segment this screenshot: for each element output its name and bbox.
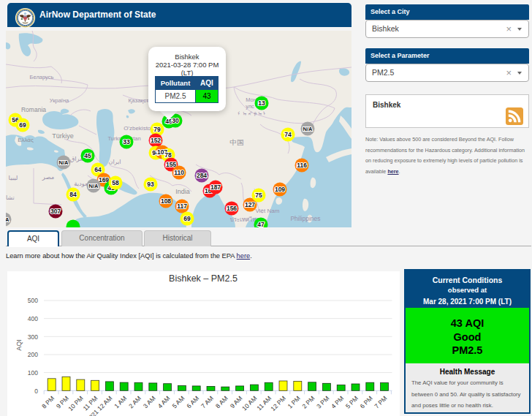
svg-text:ᠮᠣᠩᠭᠣᠯ: ᠮᠣᠩᠭᠣᠯ: [238, 111, 268, 116]
svg-text:ايران: ايران: [109, 159, 121, 165]
svg-text:75: 75: [255, 192, 262, 199]
svg-text:Украïна: Украïна: [50, 97, 69, 104]
svg-text:108: 108: [161, 197, 171, 205]
svg-text:58: 58: [112, 179, 119, 186]
svg-text:284: 284: [197, 172, 207, 179]
svg-text:مصر: مصر: [42, 173, 55, 181]
svg-text:187: 187: [210, 184, 221, 191]
svg-text:Việt Nam: Việt Nam: [256, 208, 280, 214]
svg-text:64: 64: [94, 166, 102, 173]
svg-text:93: 93: [147, 181, 154, 188]
svg-text:116: 116: [297, 162, 307, 169]
svg-text:117: 117: [177, 203, 187, 210]
svg-text:Bishkek – PM2.5: Bishkek – PM2.5: [169, 273, 238, 284]
svg-text:N/A: N/A: [6, 216, 10, 223]
svg-text:400: 400: [28, 315, 38, 322]
svg-text:152: 152: [151, 137, 161, 144]
svg-text:Philippines: Philippines: [290, 215, 320, 222]
svg-text:500: 500: [28, 297, 38, 304]
svg-text:84: 84: [69, 191, 77, 198]
svg-text:0: 0: [34, 387, 38, 395]
svg-text:100: 100: [28, 369, 38, 377]
svg-text:N/A: N/A: [303, 126, 314, 132]
svg-text:N/A: N/A: [59, 159, 69, 166]
svg-text:N/A: N/A: [89, 183, 99, 189]
svg-text:109: 109: [275, 186, 285, 193]
svg-text:ليبيا: ليبيا: [9, 174, 18, 181]
svg-text:78: 78: [164, 151, 172, 159]
svg-text:India: India: [175, 188, 190, 195]
svg-text:Türkiye: Türkiye: [52, 132, 74, 140]
svg-text:45: 45: [84, 152, 91, 159]
svg-text:Беларусь: Беларусь: [30, 74, 54, 80]
svg-text:O'zbekiston: O'zbekiston: [123, 125, 154, 132]
svg-text:Ελλάς: Ελλάς: [18, 137, 34, 143]
svg-text:300: 300: [28, 333, 38, 341]
svg-text:79: 79: [153, 126, 161, 133]
svg-text:تشاد: تشاد: [6, 194, 15, 201]
svg-text:Romania: Romania: [21, 106, 46, 113]
svg-text:中国: 中国: [230, 138, 244, 146]
svg-text:AQI: AQI: [15, 339, 23, 351]
svg-text:74: 74: [284, 131, 292, 138]
svg-text:69: 69: [19, 121, 26, 129]
svg-text:307: 307: [50, 208, 61, 215]
svg-text:110: 110: [174, 169, 184, 176]
svg-text:200: 200: [28, 351, 38, 358]
svg-text:69: 69: [183, 215, 191, 222]
svg-text:улс: улс: [246, 103, 254, 110]
svg-text:13: 13: [258, 99, 265, 107]
svg-text:127: 127: [245, 201, 255, 208]
svg-text:33: 33: [123, 138, 130, 145]
svg-text:156: 156: [227, 205, 237, 212]
svg-text:47: 47: [257, 221, 265, 227]
